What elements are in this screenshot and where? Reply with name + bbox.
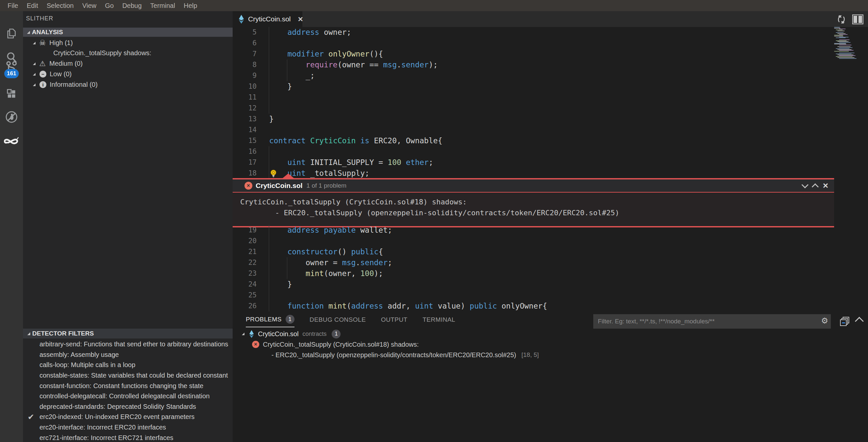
- code-line-25[interactable]: 25: [232, 290, 834, 301]
- code-text: }: [269, 81, 292, 92]
- filter-input[interactable]: [593, 314, 831, 329]
- split-editor-icon[interactable]: [852, 14, 863, 25]
- problem-row[interactable]: × CryticCoin._totalSupply (CryticCoin.so…: [232, 339, 868, 350]
- menu-item-help[interactable]: Help: [179, 2, 202, 9]
- analysis-section-header[interactable]: ANALYSIS: [23, 28, 232, 37]
- detector-filter-item[interactable]: calls-loop: Multiple calls in a loop: [23, 360, 232, 370]
- code-line-9[interactable]: 9 _;: [232, 70, 834, 81]
- code-text: mint(owner, 100);: [269, 268, 383, 279]
- tab-cryticcoin[interactable]: CryticCoin.sol ×: [232, 11, 302, 27]
- line-number: 21: [232, 246, 257, 257]
- code-line-15[interactable]: 15contract CryticCoin is ERC20, Ownable{: [232, 135, 834, 146]
- next-problem-icon[interactable]: [802, 181, 808, 188]
- filter-gear-icon[interactable]: ⚙: [821, 316, 828, 325]
- menu-item-view[interactable]: View: [78, 2, 101, 9]
- peek-message-body[interactable]: CryticCoin._totalSupply (CryticCoin.sol#…: [232, 193, 834, 226]
- detector-filter-item[interactable]: ✔erc20-indexed: Un-indexed ERC20 event p…: [23, 412, 232, 422]
- code-text: uint INITIAL_SUPPLY = 100 ether;: [269, 157, 433, 168]
- code-line-11[interactable]: 11: [232, 92, 834, 103]
- code-line-6[interactable]: 6: [232, 38, 834, 48]
- line-number: 5: [232, 27, 257, 38]
- tab-close-icon[interactable]: ×: [298, 16, 303, 22]
- panel-tab-problems[interactable]: PROBLEMS1: [246, 315, 294, 327]
- panel-tab-debug-console[interactable]: DEBUG CONSOLE: [310, 316, 366, 326]
- detector-filters-section-header[interactable]: DETECTOR FILTERS: [23, 329, 232, 338]
- analysis-item-0[interactable]: ☠High (1): [23, 38, 232, 48]
- code-line-22[interactable]: 22 owner = msg.sender;: [232, 257, 834, 268]
- analysis-item-1[interactable]: CryticCoin._totalSupply shadows:: [23, 48, 232, 58]
- code-line-19[interactable]: 19 address payable wallet;: [232, 225, 834, 236]
- maximize-panel-icon[interactable]: [855, 317, 864, 326]
- code-line-13[interactable]: 13}: [232, 114, 834, 125]
- menu-item-file[interactable]: File: [3, 2, 22, 9]
- chevron-expanded-icon: [33, 73, 35, 76]
- detector-filter-label: erc20-indexed: Un-indexed ERC20 event pa…: [39, 413, 194, 421]
- previous-problem-icon[interactable]: [812, 183, 819, 190]
- code-line-14[interactable]: 14: [232, 125, 834, 135]
- problem-detail-row[interactable]: - ERC20._totalSupply (openzeppelin-solid…: [232, 350, 868, 360]
- explorer-icon[interactable]: [0, 28, 23, 39]
- minimap-line: [839, 39, 849, 40]
- line-number: 26: [232, 301, 257, 311]
- code-line-16[interactable]: 16: [232, 146, 834, 157]
- panel-tab-output[interactable]: OUTPUT: [381, 316, 408, 326]
- line-number: 10: [232, 81, 257, 92]
- analysis-item-3[interactable]: −Low (0): [23, 69, 232, 79]
- detector-filter-item[interactable]: deprecated-standards: Deprecated Solidit…: [23, 402, 232, 412]
- code-line-10[interactable]: 10 }: [232, 81, 834, 92]
- detector-filter-item[interactable]: arbitrary-send: Functions that send ethe…: [23, 339, 232, 350]
- detector-filter-item[interactable]: controlled-delegatecall: Controlled dele…: [23, 391, 232, 402]
- sync-icon[interactable]: [836, 14, 847, 25]
- code-line-24[interactable]: 24 }: [232, 279, 834, 290]
- code-line-17[interactable]: 17 uint INITIAL_SUPPLY = 100 ether;: [232, 157, 834, 168]
- extensions-icon[interactable]: [0, 88, 23, 100]
- minimap-line: [839, 55, 856, 56]
- minimap-line: [839, 34, 847, 35]
- code-line-18[interactable]: 18 uint _totalSupply;: [232, 168, 834, 179]
- error-icon: ×: [252, 341, 259, 348]
- sidebar: SLITHER ANALYSIS ☠High (1)CryticCoin._to…: [23, 11, 232, 442]
- peek-message[interactable]: CryticCoin._totalSupply (CryticCoin.sol#…: [240, 198, 467, 206]
- detector-filter-item[interactable]: assembly: Assembly usage: [23, 350, 232, 360]
- analysis-item-label: Low (0): [50, 70, 72, 78]
- code-line-8[interactable]: 8 require(owner == msg.sender);: [232, 60, 834, 70]
- menu-item-terminal[interactable]: Terminal: [146, 2, 180, 9]
- code-text: contract CryticCoin is ERC20, Ownable{: [269, 135, 442, 146]
- menu-item-edit[interactable]: Edit: [22, 2, 42, 9]
- analysis-item-2[interactable]: ⚠Medium (0): [23, 59, 232, 69]
- code-line-5[interactable]: 5 address owner;: [232, 27, 834, 38]
- collapse-all-icon[interactable]: [840, 317, 850, 327]
- analysis-header-label: ANALYSIS: [32, 29, 63, 36]
- indent-guide: [269, 38, 269, 48]
- detector-filter-item[interactable]: constant-function: Constant functions ch…: [23, 380, 232, 391]
- editor-region: CryticCoin.sol × 5 address owner;67 modi…: [232, 11, 868, 442]
- indent-guide: [269, 146, 269, 157]
- detector-filter-item[interactable]: erc721-interface: Incorrect ERC721 inter…: [23, 433, 232, 442]
- minimap-line: [839, 50, 854, 50]
- code-line-21[interactable]: 21 constructor() public{: [232, 246, 834, 257]
- minimap-line: [836, 54, 851, 54]
- minimap[interactable]: [834, 27, 861, 60]
- code-line-7[interactable]: 7 modifier onlyOwner(){: [232, 48, 834, 60]
- minus-circle-icon: −: [39, 71, 46, 77]
- code-line-23[interactable]: 23 mint(owner, 100);: [232, 268, 834, 279]
- slither-icon[interactable]: [0, 134, 23, 146]
- code-line-26[interactable]: 26 function mint(address addr, uint valu…: [232, 301, 834, 311]
- code-line-20[interactable]: 20: [232, 236, 834, 246]
- line-number: 18: [232, 168, 257, 179]
- panel-tab-terminal[interactable]: TERMINAL: [423, 316, 455, 326]
- check-icon: ✔: [23, 412, 39, 421]
- minimap-line: [839, 45, 851, 45]
- detector-filter-label: arbitrary-send: Functions that send ethe…: [39, 340, 228, 348]
- peek-detail[interactable]: - ERC20._totalSupply (openzeppelin-solid…: [240, 209, 619, 217]
- problems-file-row[interactable]: CryticCoin.sol contracts 1: [232, 329, 868, 339]
- detector-filter-item[interactable]: constable-states: State variables that c…: [23, 370, 232, 381]
- detector-filter-item[interactable]: erc20-interface: Incorrect ERC20 interfa…: [23, 422, 232, 433]
- menu-item-go[interactable]: Go: [101, 2, 118, 9]
- analysis-item-4[interactable]: iInformational (0): [23, 79, 232, 90]
- peek-close-icon[interactable]: ×: [823, 182, 828, 189]
- code-line-12[interactable]: 12: [232, 103, 834, 114]
- debug-icon[interactable]: [0, 110, 23, 124]
- menu-item-selection[interactable]: Selection: [42, 2, 78, 9]
- menu-item-debug[interactable]: Debug: [118, 2, 146, 9]
